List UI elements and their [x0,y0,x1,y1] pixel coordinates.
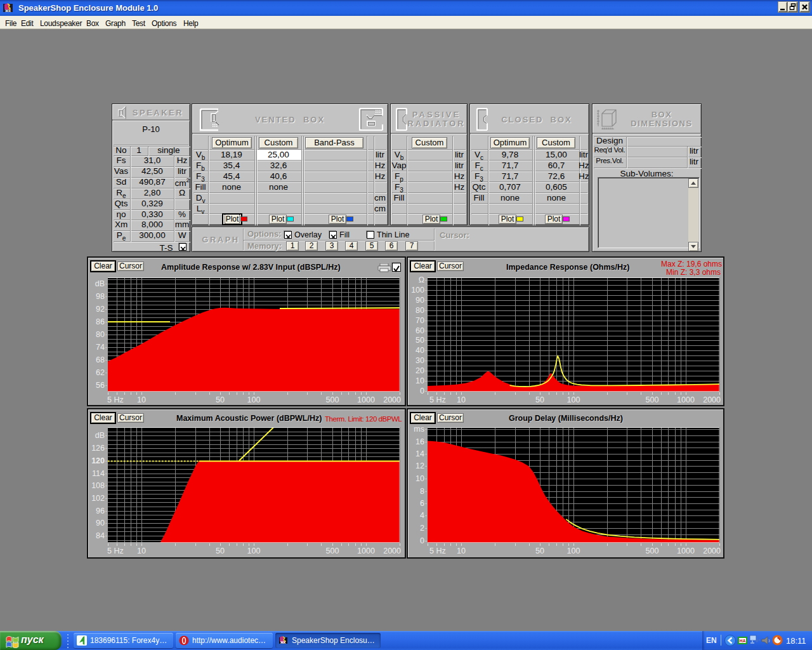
svg-text:80: 80 [96,330,105,339]
svg-text:60: 60 [416,326,424,335]
svg-text:90: 90 [96,519,105,527]
svg-text:10: 10 [457,395,466,404]
svg-text:1000: 1000 [677,547,695,555]
svg-text:50: 50 [535,395,544,404]
svg-text:92: 92 [96,305,105,314]
svg-text:dB: dB [95,279,105,288]
svg-text:100: 100 [567,395,580,404]
svg-text:2: 2 [420,524,424,533]
svg-text:5 Hz: 5 Hz [429,547,446,555]
svg-text:70: 70 [416,316,424,325]
svg-text:50: 50 [216,547,225,555]
svg-text:108: 108 [91,481,105,490]
svg-text:16: 16 [416,437,424,446]
svg-text:0: 0 [420,536,424,545]
svg-text:6: 6 [420,499,424,508]
svg-text:102: 102 [91,494,105,503]
svg-text:1000: 1000 [677,395,695,404]
svg-text:5 Hz: 5 Hz [429,395,446,404]
svg-text:40: 40 [416,346,424,355]
svg-text:0: 0 [420,387,424,395]
svg-text:2000: 2000 [383,395,401,404]
svg-text:500: 500 [326,547,339,555]
svg-text:90: 90 [416,296,424,305]
svg-text:100: 100 [567,547,580,555]
svg-text:84: 84 [96,531,105,540]
svg-text:500: 500 [326,395,339,404]
svg-text:8: 8 [420,487,424,496]
svg-text:Ω: Ω [419,275,424,284]
svg-text:10: 10 [457,547,466,555]
svg-text:1000: 1000 [357,395,375,404]
svg-text:20: 20 [416,366,424,375]
svg-text:12: 12 [416,461,424,470]
svg-text:14: 14 [416,449,424,458]
svg-text:120: 120 [91,456,105,465]
svg-text:ЖК: ЖК [280,640,286,644]
svg-text:2000: 2000 [703,395,721,404]
svg-text:74: 74 [96,343,105,352]
svg-text:2000: 2000 [383,547,401,555]
svg-text:4: 4 [420,511,424,520]
svg-text:98: 98 [96,292,105,301]
svg-text:100: 100 [247,547,261,555]
svg-text:62: 62 [96,368,105,377]
svg-text:10: 10 [416,376,424,385]
svg-text:96: 96 [96,507,105,515]
svg-text:50: 50 [416,336,424,345]
svg-text:100: 100 [247,395,261,404]
svg-text:5 Hz: 5 Hz [107,547,124,555]
svg-text:2000: 2000 [703,547,721,555]
svg-text:50: 50 [535,547,544,555]
svg-text:80: 80 [416,306,424,315]
svg-text:5 Hz: 5 Hz [107,395,124,404]
svg-text:100: 100 [411,286,424,295]
svg-text:50: 50 [216,395,225,404]
svg-text:500: 500 [646,395,659,404]
svg-text:1000: 1000 [357,547,375,555]
svg-text:68: 68 [96,355,105,364]
svg-text:10: 10 [137,395,146,404]
svg-text:30: 30 [416,356,424,365]
svg-text:10: 10 [416,474,424,483]
svg-text:56: 56 [96,381,105,390]
svg-text:126: 126 [91,444,105,453]
svg-text:10: 10 [137,547,146,555]
svg-text:dB: dB [95,431,105,440]
svg-text:114: 114 [92,469,105,478]
svg-text:86: 86 [96,317,105,326]
svg-text:ms: ms [414,425,424,434]
svg-text:НА: НА [740,639,746,643]
svg-text:500: 500 [646,547,659,555]
